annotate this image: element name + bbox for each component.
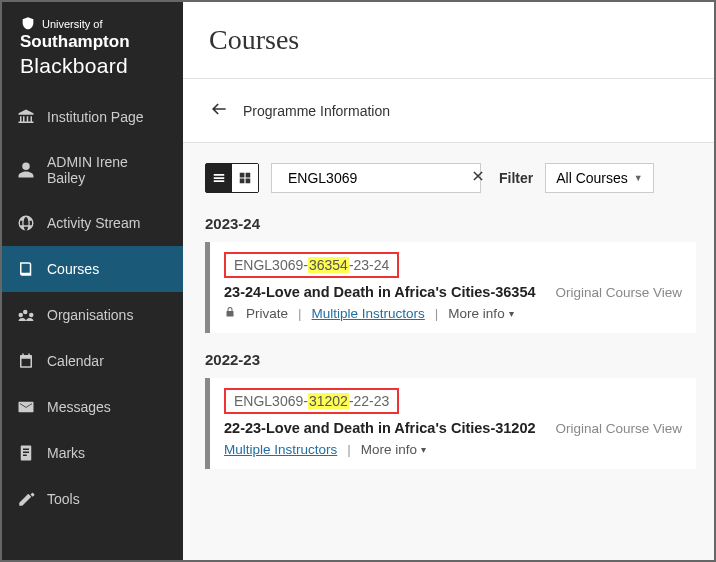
grid-icon xyxy=(238,171,252,185)
term-heading: 2022-23 xyxy=(205,351,696,368)
nav-tools[interactable]: Tools xyxy=(2,476,183,522)
page-header: Courses xyxy=(183,2,714,79)
nav-messages[interactable]: Messages xyxy=(2,384,183,430)
breadcrumb-label: Programme Information xyxy=(243,103,390,119)
course-view-label: Original Course View xyxy=(555,285,682,300)
main: Courses Programme Information xyxy=(183,2,714,560)
breadcrumb: Programme Information xyxy=(183,79,714,143)
nav-courses[interactable]: Courses xyxy=(2,246,183,292)
nav: Institution Page ADMIN Irene Bailey Acti… xyxy=(2,94,183,522)
courses-icon xyxy=(17,260,35,278)
term-heading: 2023-24 xyxy=(205,215,696,232)
instructors-link[interactable]: Multiple Instructors xyxy=(312,306,425,321)
course-code-row: ENGL3069-31202-22-23 xyxy=(224,388,682,414)
nav-marks[interactable]: Marks xyxy=(2,430,183,476)
institution-icon xyxy=(17,108,35,126)
filter-value: All Courses xyxy=(556,170,628,186)
back-button[interactable] xyxy=(209,99,229,122)
arrow-left-icon xyxy=(209,99,229,119)
view-toggle xyxy=(205,163,259,193)
messages-icon xyxy=(17,398,35,416)
filter-label: Filter xyxy=(499,170,533,186)
calendar-icon xyxy=(17,352,35,370)
close-icon xyxy=(471,169,485,183)
course-code-highlight: ENGL3069-36354-23-24 xyxy=(224,252,399,278)
course-title: 22-23-Love and Death in Africa's Cities-… xyxy=(224,420,536,436)
lock-icon xyxy=(224,306,236,321)
organisations-icon xyxy=(17,306,35,324)
tools-icon xyxy=(17,490,35,508)
course-code-row: ENGL3069-36354-23-24 xyxy=(224,252,682,278)
sidebar: University of Southampton Blackboard Ins… xyxy=(2,2,183,560)
page-title: Courses xyxy=(209,24,688,56)
filter-select[interactable]: All Courses ▼ xyxy=(545,163,654,193)
course-card[interactable]: ENGL3069-31202-22-23 22-23-Love and Deat… xyxy=(205,378,696,469)
grid-view-button[interactable] xyxy=(232,164,258,192)
course-card[interactable]: ENGL3069-36354-23-24 23-24-Love and Deat… xyxy=(205,242,696,333)
content-area: Filter All Courses ▼ 2023-24 ENGL3069-36… xyxy=(183,143,714,560)
brand-logo: University of Southampton Blackboard xyxy=(2,2,183,94)
chevron-down-icon: ▼ xyxy=(634,173,643,183)
course-code-highlight: ENGL3069-31202-22-23 xyxy=(224,388,399,414)
more-info-toggle[interactable]: More info▾ xyxy=(448,306,513,321)
user-icon xyxy=(17,161,35,179)
more-info-toggle[interactable]: More info▾ xyxy=(361,442,426,457)
chevron-down-icon: ▾ xyxy=(421,444,426,455)
course-view-label: Original Course View xyxy=(555,421,682,436)
search-input[interactable] xyxy=(288,170,463,186)
clear-search-button[interactable] xyxy=(471,169,485,187)
shield-icon xyxy=(20,16,36,32)
search-box[interactable] xyxy=(271,163,481,193)
list-icon xyxy=(212,171,226,185)
globe-icon xyxy=(17,214,35,232)
course-title: 23-24-Love and Death in Africa's Cities-… xyxy=(224,284,536,300)
nav-institution[interactable]: Institution Page xyxy=(2,94,183,140)
nav-activity[interactable]: Activity Stream xyxy=(2,200,183,246)
private-label: Private xyxy=(246,306,288,321)
nav-organisations[interactable]: Organisations xyxy=(2,292,183,338)
instructors-link[interactable]: Multiple Instructors xyxy=(224,442,337,457)
list-view-button[interactable] xyxy=(206,164,232,192)
marks-icon xyxy=(17,444,35,462)
nav-user[interactable]: ADMIN Irene Bailey xyxy=(2,140,183,200)
toolbar: Filter All Courses ▼ xyxy=(205,163,696,193)
nav-calendar[interactable]: Calendar xyxy=(2,338,183,384)
chevron-down-icon: ▾ xyxy=(509,308,514,319)
